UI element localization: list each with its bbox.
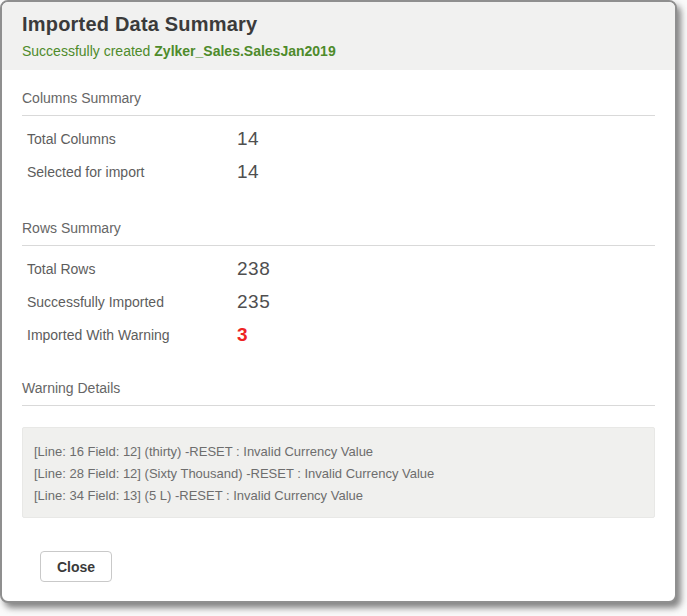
warning-line: [Line: 34 Field: 13] (5 L) -RESET : Inva… [34,485,639,507]
dialog-footer: Close [22,518,655,582]
dialog-header: Imported Data Summary Successfully creat… [2,2,675,70]
summary-row-label: Total Rows [27,261,237,277]
columns-summary-section: Columns Summary Total Columns 14 Selecte… [22,70,655,188]
rows-summary-section: Rows Summary Total Rows 238 Successfully… [22,188,655,351]
summary-row-total-rows: Total Rows 238 [22,252,655,285]
summary-row-label: Successfully Imported [27,294,237,310]
warning-details-box: [Line: 16 Field: 12] (thirty) -RESET : I… [22,427,655,518]
summary-row-total-columns: Total Columns 14 [22,122,655,155]
summary-row-value: 14 [237,161,259,183]
summary-row-value-warning: 3 [237,324,248,346]
close-button[interactable]: Close [40,551,112,582]
warning-details-heading: Warning Details [22,380,655,396]
summary-row-label: Total Columns [27,131,237,147]
success-message: Successfully created Zylker_Sales.SalesJ… [22,43,655,59]
summary-row-value: 14 [237,128,259,150]
rows-summary-rows: Total Rows 238 Successfully Imported 235… [22,246,655,351]
dialog-title: Imported Data Summary [22,13,655,36]
section-divider [22,405,655,406]
summary-row-value: 235 [237,291,270,313]
dialog-body: Columns Summary Total Columns 14 Selecte… [2,70,675,582]
summary-row-value: 238 [237,258,270,280]
warning-details-section: Warning Details [Line: 16 Field: 12] (th… [22,351,655,518]
summary-row-successfully-imported: Successfully Imported 235 [22,285,655,318]
warning-line: [Line: 16 Field: 12] (thirty) -RESET : I… [34,441,639,463]
success-message-prefix: Successfully created [22,43,150,59]
columns-summary-heading: Columns Summary [22,90,655,106]
summary-row-label: Selected for import [27,164,237,180]
rows-summary-heading: Rows Summary [22,220,655,236]
columns-summary-rows: Total Columns 14 Selected for import 14 [22,116,655,188]
summary-row-selected-for-import: Selected for import 14 [22,155,655,188]
summary-row-label: Imported With Warning [27,327,237,343]
warning-line: [Line: 28 Field: 12] (Sixty Thousand) -R… [34,463,639,485]
summary-row-imported-with-warning: Imported With Warning 3 [22,318,655,351]
created-table-name: Zylker_Sales.SalesJan2019 [154,43,335,59]
imported-data-summary-dialog: Imported Data Summary Successfully creat… [0,0,677,603]
